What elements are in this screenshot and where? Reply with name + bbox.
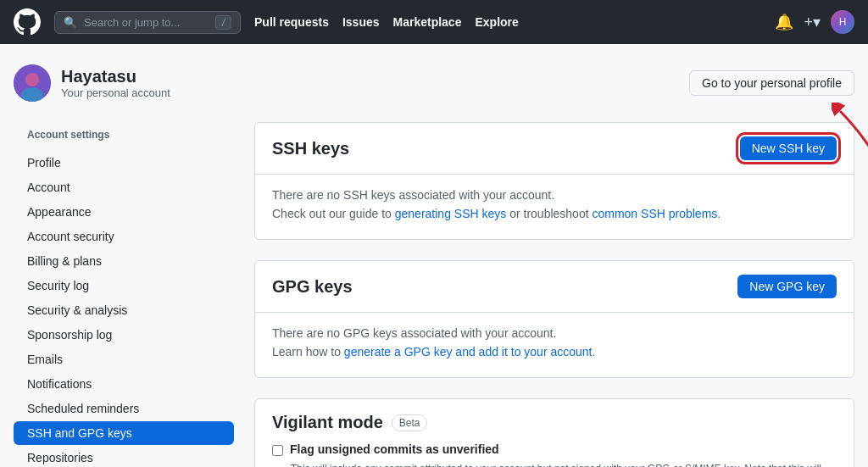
ssh-no-keys-text: There are no SSH keys associated with yo… (272, 188, 837, 202)
explore-link[interactable]: Explore (475, 15, 518, 29)
annotation-container: クリック (832, 103, 868, 162)
search-shortcut: / (215, 15, 231, 30)
pull-requests-link[interactable]: Pull requests (254, 15, 329, 29)
avatar (14, 64, 51, 102)
ssh-guide-middle: or troubleshoot (506, 207, 592, 220)
sidebar-section-title: Account settings (14, 122, 234, 147)
vigilant-mode-section: Vigilant mode Beta Flag unsigned commits… (254, 398, 854, 467)
gpg-guide-prefix: Learn how to (272, 345, 344, 359)
ssh-guide-suffix: . (717, 207, 721, 220)
beta-badge: Beta (392, 414, 428, 431)
checkbox-description: This will include any commit attributed … (291, 463, 837, 467)
vigilant-title: Vigilant mode (272, 413, 383, 432)
gpg-no-keys-text: There are no GPG keys associated with yo… (272, 326, 837, 340)
sidebar-repositories[interactable]: Repositories (14, 446, 234, 467)
topnav-links: Pull requests Issues Marketplace Explore (254, 15, 519, 29)
gpg-guide-text: Learn how to generate a GPG key and add … (272, 345, 837, 359)
marketplace-link[interactable]: Marketplace (393, 15, 462, 29)
sidebar-ssh-gpg-keys[interactable]: SSH and GPG keys (14, 421, 234, 445)
github-logo[interactable] (14, 8, 41, 36)
gpg-keys-body: There are no GPG keys associated with yo… (255, 313, 854, 377)
ssh-keys-section: SSH keys New SSH key (254, 122, 854, 240)
ssh-btn-container: New SSH key (740, 136, 837, 160)
user-avatar-menu[interactable]: H (831, 10, 854, 34)
main-panel: SSH keys New SSH key (254, 122, 854, 467)
vigilant-body: Flag unsigned commits as unverified This… (255, 442, 854, 467)
sidebar-account-security[interactable]: Account security (14, 225, 234, 248)
user-header: Hayatasu Your personal account Go to you… (14, 64, 854, 102)
checkbox-label: Flag unsigned commits as unverified (290, 442, 499, 456)
vigilant-checkbox-row: Flag unsigned commits as unverified (272, 442, 837, 456)
sidebar-security-analysis[interactable]: Security & analysis (14, 298, 234, 322)
user-details: Hayatasu Your personal account (61, 67, 170, 99)
ssh-guide-text: Check out our guide to generating SSH ke… (272, 207, 837, 220)
gpg-keys-title: GPG keys (272, 277, 353, 297)
sidebar-billing[interactable]: Billing & plans (14, 249, 234, 273)
search-bar[interactable]: 🔍 Search or jump to... / (54, 11, 241, 34)
vigilant-header: Vigilant mode Beta (255, 399, 854, 442)
gpg-keys-header: GPG keys New GPG key (255, 261, 854, 313)
generating-ssh-keys-link[interactable]: generating SSH keys (395, 207, 507, 220)
gpg-keys-section: GPG keys New GPG key There are no GPG ke… (254, 260, 854, 378)
common-ssh-problems-link[interactable]: common SSH problems (592, 207, 717, 220)
user-subtitle: Your personal account (61, 86, 170, 99)
gpg-guide-suffix: . (592, 345, 595, 359)
ssh-keys-body: There are no SSH keys associated with yo… (255, 175, 854, 239)
content-area: Account settings Profile Account Appeara… (14, 122, 854, 467)
topnav: 🔍 Search or jump to... / Pull requests I… (0, 0, 868, 44)
issues-link[interactable]: Issues (342, 15, 380, 29)
page-wrapper: Hayatasu Your personal account Go to you… (0, 44, 868, 467)
ssh-keys-header: SSH keys New SSH key (255, 123, 854, 175)
notification-icon[interactable]: 🔔 (775, 13, 793, 31)
sidebar: Account settings Profile Account Appeara… (14, 122, 234, 467)
arrow-svg (832, 103, 868, 162)
search-icon: 🔍 (64, 16, 77, 29)
sidebar-profile[interactable]: Profile (14, 151, 234, 175)
svg-point-1 (25, 73, 39, 86)
flag-unsigned-checkbox[interactable] (272, 445, 283, 456)
ssh-keys-title: SSH keys (272, 139, 349, 158)
sidebar-account[interactable]: Account (14, 175, 234, 199)
new-gpg-key-button[interactable]: New GPG key (737, 275, 837, 298)
annotation-row: クリック (832, 103, 868, 162)
sidebar-scheduled-reminders[interactable]: Scheduled reminders (14, 397, 234, 420)
username: Hayatasu (61, 67, 170, 86)
sidebar-appearance[interactable]: Appearance (14, 200, 234, 224)
new-ssh-key-button[interactable]: New SSH key (740, 136, 837, 160)
topnav-right: 🔔 +▾ H (775, 10, 854, 34)
sidebar-sponsorship-log[interactable]: Sponsorship log (14, 323, 234, 347)
generate-gpg-key-link[interactable]: generate a GPG key and add it to your ac… (344, 345, 593, 359)
user-info: Hayatasu Your personal account (14, 64, 170, 102)
search-placeholder: Search or jump to... (84, 16, 180, 29)
ssh-guide-prefix: Check out our guide to (272, 207, 395, 220)
plus-icon[interactable]: +▾ (804, 13, 821, 31)
sidebar-emails[interactable]: Emails (14, 347, 234, 371)
sidebar-notifications[interactable]: Notifications (14, 372, 234, 396)
goto-profile-button[interactable]: Go to your personal profile (689, 70, 854, 96)
arrow-graphic (832, 103, 868, 162)
sidebar-security-log[interactable]: Security log (14, 274, 234, 297)
